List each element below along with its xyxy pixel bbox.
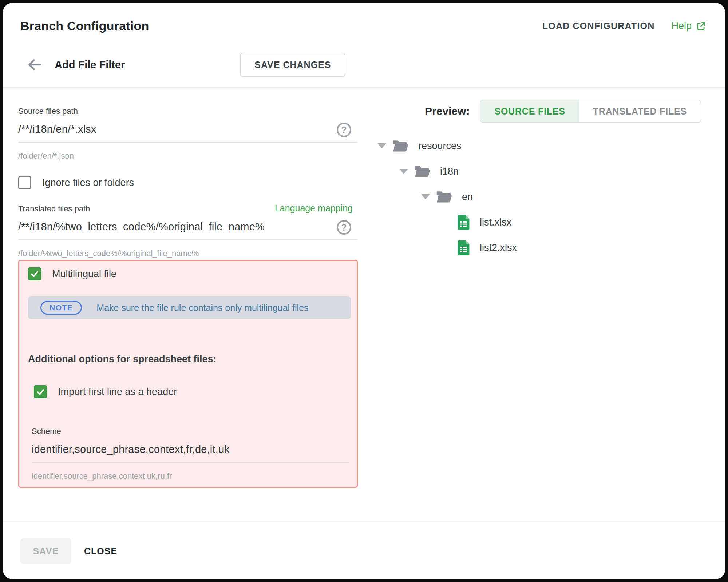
folder-icon — [436, 190, 452, 203]
multilingual-highlight-box: Multilingual file NOTE Make sure the fil… — [18, 260, 358, 488]
import-header-label: Import first line as a header — [58, 386, 177, 398]
tree-item-name: i18n — [440, 166, 459, 177]
save-changes-button[interactable]: SAVE CHANGES — [240, 53, 345, 77]
close-button[interactable]: CLOSE — [84, 538, 117, 564]
note-badge: NOTE — [40, 301, 82, 315]
scheme-hint: identifier,source_phrase,context,uk,ru,f… — [32, 471, 351, 481]
translated-path-hint: /folder/%two_letters_code%/%original_fil… — [18, 249, 358, 258]
save-button[interactable]: SAVE — [20, 538, 71, 564]
back-button[interactable] — [26, 56, 43, 73]
note-banner: NOTE Make sure the file rule contains on… — [28, 296, 351, 319]
checkbox-box[interactable] — [28, 267, 41, 280]
preview-tabs: SOURCE FILES TRANSLATED FILES — [480, 100, 701, 123]
spreadsheet-options-heading: Additional options for spreadsheet files… — [28, 354, 351, 365]
ignore-files-checkbox[interactable]: Ignore files or folders — [18, 176, 358, 189]
check-icon — [36, 387, 45, 396]
checkbox-box[interactable] — [34, 385, 47, 398]
external-link-icon — [696, 21, 706, 31]
tab-translated-files[interactable]: TRANSLATED FILES — [579, 100, 701, 122]
scheme-input[interactable]: identifier,source_phrase,context,fr,de,i… — [32, 443, 349, 463]
folder-icon — [414, 165, 430, 178]
multilingual-label: Multilingual file — [52, 268, 116, 280]
help-link-label: Help — [671, 20, 692, 32]
source-path-help-icon[interactable]: ? — [337, 123, 351, 137]
translated-path-value: /**/i18n/%two_letters_code%/%original_fi… — [18, 221, 358, 233]
language-mapping-link[interactable]: Language mapping — [275, 203, 353, 214]
tree-row-i18n[interactable]: i18n — [377, 159, 725, 184]
checkbox-box[interactable] — [18, 176, 31, 189]
tab-source-files[interactable]: SOURCE FILES — [480, 100, 579, 122]
spreadsheet-file-icon — [458, 215, 470, 230]
load-configuration-button[interactable]: LOAD CONFIGURATION — [542, 21, 655, 31]
scheme-value: identifier,source_phrase,context,fr,de,i… — [32, 443, 349, 455]
tree-item-name: en — [462, 191, 473, 203]
source-path-value: /**/i18n/en/*.xlsx — [18, 123, 358, 135]
source-path-label: Source files path — [18, 107, 358, 116]
translated-path-help-icon[interactable]: ? — [337, 220, 351, 235]
help-link[interactable]: Help — [671, 20, 706, 32]
file-filter-form: Source files path /**/i18n/en/*.xlsx ? /… — [18, 88, 358, 488]
tree-row-list2-xlsx[interactable]: list2.xlsx — [377, 235, 725, 260]
tree-item-name: list.xlsx — [480, 217, 511, 228]
check-icon — [30, 269, 39, 279]
folder-icon — [392, 139, 408, 152]
branch-configuration-dialog: Branch Configuration LOAD CONFIGURATION … — [3, 3, 725, 579]
note-text: Make sure the file rule contains only mu… — [96, 303, 308, 313]
chevron-down-icon[interactable] — [399, 169, 408, 174]
file-tree: resources i18n — [377, 133, 725, 260]
preview-panel: Preview: SOURCE FILES TRANSLATED FILES — [377, 88, 725, 260]
page-title: Branch Configuration — [20, 19, 149, 33]
scheme-label: Scheme — [32, 427, 351, 436]
preview-label: Preview: — [425, 105, 470, 117]
subpage-title: Add File Filter — [55, 59, 125, 71]
ignore-files-label: Ignore files or folders — [42, 177, 134, 188]
tree-row-resources[interactable]: resources — [377, 133, 725, 159]
dialog-header: Branch Configuration LOAD CONFIGURATION … — [3, 3, 725, 87]
tree-item-name: list2.xlsx — [480, 242, 517, 254]
tree-row-list-xlsx[interactable]: list.xlsx — [377, 210, 725, 235]
spreadsheet-file-icon — [458, 240, 470, 255]
source-path-input[interactable]: /**/i18n/en/*.xlsx ? — [18, 123, 358, 143]
source-path-hint: /folder/en/*.json — [18, 151, 358, 161]
translated-path-input[interactable]: /**/i18n/%two_letters_code%/%original_fi… — [18, 221, 358, 240]
tree-row-en[interactable]: en — [377, 184, 725, 210]
chevron-down-icon[interactable] — [377, 143, 386, 148]
tree-item-name: resources — [418, 140, 462, 152]
dialog-footer: SAVE CLOSE — [3, 521, 725, 579]
translated-path-label: Translated files path — [18, 204, 90, 214]
dialog-body: Source files path /**/i18n/en/*.xlsx ? /… — [3, 88, 725, 521]
multilingual-checkbox[interactable]: Multilingual file — [28, 267, 351, 280]
import-header-checkbox[interactable]: Import first line as a header — [34, 385, 351, 398]
chevron-down-icon[interactable] — [421, 194, 430, 199]
